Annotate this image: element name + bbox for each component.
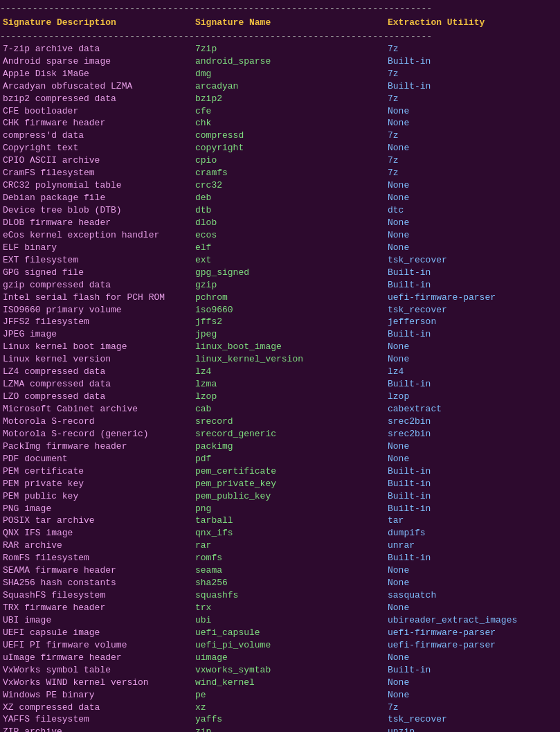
cell-utility: uefi-firmware-parser	[388, 627, 557, 639]
cell-name: qnx_ifs	[195, 527, 388, 539]
cell-utility: Built-in	[388, 465, 557, 478]
cell-name: elf	[195, 242, 388, 254]
table-row: LZO compressed datalzoplzop	[0, 391, 560, 403]
table-row: Windows PE binarypeNone	[0, 689, 560, 702]
cell-description: PEM certificate	[3, 465, 195, 478]
cell-description: GPG signed file	[3, 267, 195, 279]
cell-description: SEAMA firmware header	[3, 564, 195, 577]
table-row: gzip compressed datagzipBuilt-in	[0, 279, 560, 292]
cell-utility: 7z	[388, 154, 557, 167]
cell-description: Apple Disk iMaGe	[3, 68, 195, 80]
table-row: PDF documentpdfNone	[0, 453, 560, 465]
cell-utility: None	[388, 242, 557, 254]
cell-utility: None	[388, 217, 557, 229]
cell-name: chk	[195, 117, 388, 130]
cell-description: JFFS2 filesystem	[3, 316, 195, 328]
cell-description: DLOB firmware header	[3, 217, 195, 229]
cell-utility: None	[388, 453, 557, 465]
cell-description: VxWorks symbol table	[3, 664, 195, 677]
cell-description: RAR archive	[3, 539, 195, 552]
header-description: Signature Description	[3, 17, 195, 29]
table-row: 7-zip archive data7zip7z	[0, 43, 560, 55]
table-row: Apple Disk iMaGedmg7z	[0, 68, 560, 80]
cell-utility: Built-in	[388, 267, 557, 279]
header-divider: ----------------------------------------…	[0, 30, 560, 43]
table-row: JFFS2 filesystemjffs2jefferson	[0, 316, 560, 328]
cell-description: CRC32 polynomial table	[3, 179, 195, 192]
cell-description: Motorola S-record	[3, 416, 195, 428]
cell-description: UBI image	[3, 614, 195, 627]
cell-utility: dtc	[388, 204, 557, 217]
cell-utility: lz4	[388, 366, 557, 378]
cell-name: png	[195, 503, 388, 515]
cell-description: LZ4 compressed data	[3, 366, 195, 378]
cell-name: dlob	[195, 217, 388, 229]
cell-description: LZO compressed data	[3, 391, 195, 403]
table-row: Debian package filedebNone	[0, 192, 560, 204]
cell-utility: None	[388, 353, 557, 366]
table-row: PEM private keypem_private_keyBuilt-in	[0, 478, 560, 490]
cell-description: eCos kernel exception handler	[3, 229, 195, 242]
cell-name: iso9660	[195, 304, 388, 316]
table-row: PNG imagepngBuilt-in	[0, 503, 560, 515]
table-row: CFE bootloadercfeNone	[0, 105, 560, 118]
cell-name: yaffs	[195, 713, 388, 726]
table-row: PEM public keypem_public_keyBuilt-in	[0, 490, 560, 503]
cell-name: romfs	[195, 552, 388, 564]
cell-name: uefi_capsule	[195, 627, 388, 639]
cell-utility: None	[388, 689, 557, 702]
cell-name: ubi	[195, 614, 388, 627]
cell-description: EXT filesystem	[3, 254, 195, 267]
table-row: SEAMA firmware headerseamaNone	[0, 564, 560, 577]
cell-utility: ubireader_extract_images	[388, 614, 557, 627]
table-row: UBI imageubiubireader_extract_images	[0, 614, 560, 627]
cell-utility: tsk_recover	[388, 304, 557, 316]
cell-utility: 7z	[388, 130, 557, 142]
cell-name: copyright	[195, 142, 388, 154]
cell-utility: None	[388, 341, 557, 353]
cell-description: VxWorks WIND kernel version	[3, 677, 195, 689]
cell-name: dmg	[195, 68, 388, 80]
cell-name: zip	[195, 726, 388, 732]
cell-name: uefi_pi_volume	[195, 639, 388, 652]
table-row: Intel serial flash for PCH ROMpchromuefi…	[0, 292, 560, 304]
table-row: TRX firmware headertrxNone	[0, 602, 560, 614]
cell-name: pem_certificate	[195, 465, 388, 478]
cell-description: YAFFS filesystem	[3, 713, 195, 726]
cell-utility: 7z	[388, 68, 557, 80]
cell-description: Intel serial flash for PCH ROM	[3, 292, 195, 304]
cell-utility: None	[388, 179, 557, 192]
cell-description: gzip compressed data	[3, 279, 195, 292]
cell-description: PackImg firmware header	[3, 440, 195, 453]
cell-description: Device tree blob (DTB)	[3, 204, 195, 217]
cell-description: Motorola S-record (generic)	[3, 428, 195, 440]
cell-name: bzip2	[195, 93, 388, 105]
cell-utility: uefi-firmware-parser	[388, 639, 557, 652]
cell-utility: sasquatch	[388, 589, 557, 602]
cell-name: ecos	[195, 229, 388, 242]
cell-name: arcadyan	[195, 80, 388, 93]
table-row: Linux kernel versionlinux_kernel_version…	[0, 353, 560, 366]
cell-description: PNG image	[3, 503, 195, 515]
cell-name: crc32	[195, 179, 388, 192]
table-row: uImage firmware headeruimageNone	[0, 652, 560, 664]
table-row: LZ4 compressed datalz4lz4	[0, 366, 560, 378]
cell-description: Linux kernel version	[3, 353, 195, 366]
cell-name: pe	[195, 689, 388, 702]
cell-name: gzip	[195, 279, 388, 292]
cell-description: ZIP archive	[3, 726, 195, 732]
cell-utility: tsk_recover	[388, 713, 557, 726]
cell-description: Debian package file	[3, 192, 195, 204]
cell-utility: 7z	[388, 702, 557, 714]
table-row: CPIO ASCII archivecpio7z	[0, 154, 560, 167]
table-row: XZ compressed dataxz7z	[0, 702, 560, 714]
cell-name: jffs2	[195, 316, 388, 328]
cell-description: LZMA compressed data	[3, 378, 195, 391]
cell-name: uimage	[195, 652, 388, 664]
cell-utility: srec2bin	[388, 416, 557, 428]
cell-name: squashfs	[195, 589, 388, 602]
cell-utility: Built-in	[388, 503, 557, 515]
cell-description: UEFI PI firmware volume	[3, 639, 195, 652]
cell-name: lzma	[195, 378, 388, 391]
cell-utility: jefferson	[388, 316, 557, 328]
